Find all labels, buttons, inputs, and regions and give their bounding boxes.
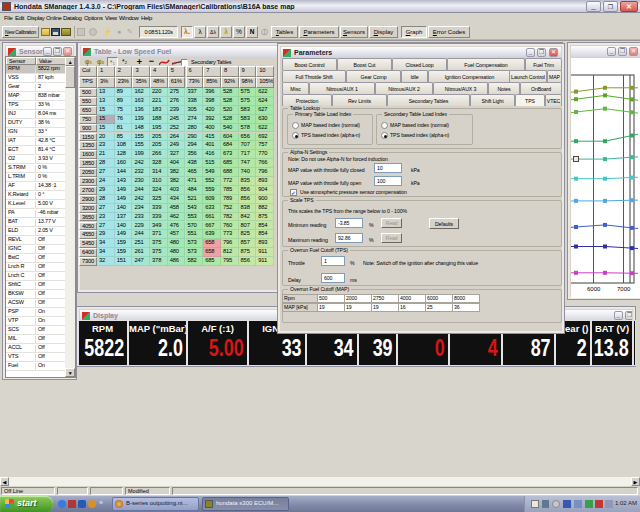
svg-text:6000: 6000 bbox=[587, 286, 601, 292]
svg-text:7000: 7000 bbox=[617, 286, 631, 292]
